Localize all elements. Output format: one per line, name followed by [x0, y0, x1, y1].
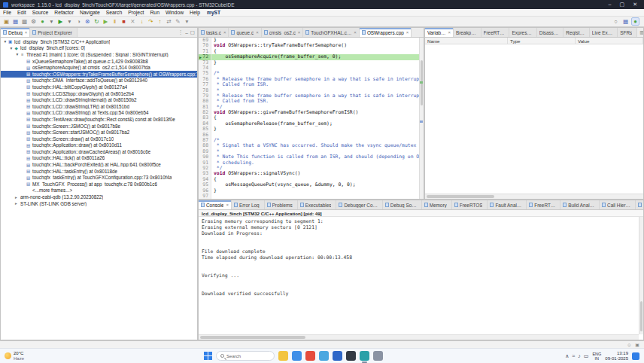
stack-tree-row[interactable]: ▤ touchgfx::HAL::taskEntry() at 0x80118d…: [1, 168, 197, 175]
taskbar-app-edge[interactable]: [292, 351, 302, 361]
save-icon[interactable]: ▦: [11, 17, 20, 26]
view-tab[interactable]: Debugger Co…: [336, 200, 382, 209]
stack-tree-row[interactable]: ▾ ◆ lcd_display_5inch.elf [cores: 0]: [1, 45, 197, 52]
stack-tree-row[interactable]: ▤ xQueueSemaphoreTake() at queue.c:1,429…: [1, 58, 197, 65]
close-tab-icon[interactable]: ×: [448, 30, 451, 35]
debug-perspective-icon[interactable]: ●: [631, 17, 639, 26]
column-type[interactable]: Type: [508, 38, 576, 44]
maximize-view-icon[interactable]: ▢: [190, 29, 195, 35]
view-tab[interactable]: Problems: [265, 200, 298, 209]
console-scrollbar[interactable]: [639, 217, 643, 334]
stack-tree-row[interactable]: ▤ osSemaphoreAcquire() at cmsis_os2.c:1,…: [1, 64, 197, 71]
collapse-all-icon[interactable]: ▥: [639, 29, 644, 35]
taskbar-app-settings[interactable]: [373, 351, 383, 361]
stack-tree-row[interactable]: ▤ touchgfx::Application::draw() at 0x801…: [1, 142, 197, 149]
code-line[interactable]: 78 *: [199, 88, 424, 93]
menu-item[interactable]: Navigate: [77, 10, 103, 15]
stack-tree-row[interactable]: ▤ touchgfx::Screen::startJSMOC() at 0x80…: [1, 129, 197, 136]
menu-item[interactable]: Source: [29, 10, 52, 15]
view-tab[interactable]: Debug So…: [383, 200, 422, 209]
column-value[interactable]: Value: [576, 38, 643, 44]
stack-tree-row[interactable]: ▤ touchgfx::OSWrappers::tryTakeFrameBuff…: [1, 71, 197, 78]
code-line[interactable]: 87 /*: [199, 138, 424, 143]
stack-tree-row[interactable]: ▤ touchgfx::TextArea::draw(touchgfx::Rec…: [1, 116, 197, 123]
column-name[interactable]: Name: [425, 38, 508, 44]
weather-widget[interactable]: 20°C Haze: [0, 351, 113, 361]
editor-tab[interactable]: OSWrappers.cpp ×: [360, 28, 412, 37]
taskbar-clock[interactable]: 13:19 09-01-2025: [605, 351, 628, 361]
code-line[interactable]: 75 /*: [199, 71, 424, 76]
editor-tab[interactable]: cmsis_os2.c ×: [262, 28, 304, 37]
view-tab[interactable]: Memory: [422, 200, 452, 209]
view-tab[interactable]: Console ×: [199, 200, 232, 209]
code-line[interactable]: 97: [199, 194, 424, 199]
code-line[interactable]: 91 * scheduling.: [199, 160, 424, 166]
stack-tree-row[interactable]: ▾ ▣ lcd_display_5inch [STM32 C/C++ Appli…: [1, 38, 197, 45]
step-into-icon[interactable]: ↓: [138, 17, 146, 26]
run-dropdown-icon[interactable]: ▾: [65, 17, 74, 26]
stack-tree-row[interactable]: ▾ ≡ Thread #1 [main] 1 [core: 0] (Suspen…: [1, 51, 197, 58]
view-tab[interactable]: Call Hier…: [600, 200, 636, 209]
terminate-icon[interactable]: ■: [120, 17, 128, 26]
maximize-button[interactable]: ▢: [620, 2, 625, 8]
menu-item[interactable]: Project: [125, 10, 147, 15]
code-line[interactable]: 84 osSemaphoreRelease(frame_buffer_sem);: [199, 121, 424, 127]
step-over-icon[interactable]: ↷: [147, 17, 155, 26]
view-tab[interactable]: FreeRT…: [481, 28, 510, 37]
code-line[interactable]: 82 void OSWrappers::giveFrameBufferSemap…: [199, 110, 424, 115]
stack-tree-row[interactable]: ▤ touchgfx::LCD::drawString() at Texts.c…: [1, 110, 197, 117]
code-line[interactable]: 79 * Release the frame buffer semaphore …: [199, 93, 424, 99]
code-line[interactable]: 89 *: [199, 149, 424, 154]
new-wizard-icon[interactable]: ▣: [2, 17, 11, 26]
taskbar-app-store[interactable]: [333, 351, 342, 361]
volume-icon[interactable]: ♪: [578, 353, 581, 358]
marker-icon[interactable]: ✎: [174, 17, 182, 26]
code-line[interactable]: 70 void OSWrappers::tryTakeFrameBufferSe…: [199, 43, 424, 48]
code-line[interactable]: 83 {: [199, 115, 424, 120]
stack-tree-row[interactable]: ▸ ST-LINK (ST-LINK GDB server): [1, 200, 197, 207]
view-tab[interactable]: Project Explorer: [30, 28, 77, 37]
stack-tree-row[interactable]: ▤ touchgfx::LCD32bpp::drawGlyph() at 0x8…: [1, 90, 197, 97]
stack-tree-row[interactable]: ▤ touchgfx::LCD::drawStringLTR() at 0x80…: [1, 103, 197, 110]
stack-tree-row[interactable]: ▤ touchgfx::DMA_Interface::addToQueue() …: [1, 78, 197, 84]
view-tab[interactable]: Build Anal…: [560, 200, 600, 209]
code-line[interactable]: 93 void OSWrappers::signalVSync(): [199, 171, 424, 176]
code-line[interactable]: 88 * Signal that a VSYNC has occurred. S…: [199, 143, 424, 148]
view-tab[interactable]: Live Ex…: [590, 28, 618, 37]
stack-tree-row[interactable]: ▤ touchgfx::Application::drawCachedAreas…: [1, 148, 197, 155]
disconnect-icon[interactable]: ✕: [129, 17, 137, 26]
view-menu-icon[interactable]: ⋮: [178, 29, 184, 35]
debug-icon[interactable]: ●: [38, 17, 47, 26]
code-line[interactable]: 71 {: [199, 49, 424, 54]
step-return-icon[interactable]: ↑: [156, 17, 164, 26]
battery-icon[interactable]: ▭: [584, 353, 589, 359]
close-tab-icon[interactable]: ×: [406, 30, 409, 35]
minimize-view-icon[interactable]: –: [185, 30, 188, 35]
stack-tree-row[interactable]: <...more frames...>: [1, 188, 197, 194]
profile-icon[interactable]: ◑: [74, 17, 83, 26]
view-tab[interactable]: SFRs: [618, 28, 637, 37]
editor-tab[interactable]: queue.c ×: [229, 28, 261, 37]
close-tab-icon[interactable]: ×: [226, 203, 229, 207]
menu-item[interactable]: Help: [187, 10, 203, 15]
notification-badge[interactable]: [632, 352, 639, 360]
code-line[interactable]: 95 osMessageQueuePut(vsync_queue, &dummy…: [199, 182, 424, 188]
taskbar-app-mail[interactable]: [319, 351, 329, 361]
view-tab[interactable]: Static St…: [636, 200, 644, 209]
instruction-stepping-icon[interactable]: ⇄: [165, 17, 173, 26]
variables-scrollbar[interactable]: [425, 194, 643, 199]
code-line[interactable]: 90 * Note This function is called from a…: [199, 154, 424, 160]
feedback-icon[interactable]: ☺: [627, 343, 631, 347]
notifications-icon[interactable]: ▣: [635, 342, 639, 347]
pin-editor-icon[interactable]: ▾: [183, 17, 191, 26]
myst-menu[interactable]: myST: [207, 10, 220, 15]
view-tab[interactable]: Error Log: [232, 200, 265, 209]
code-line[interactable]: 73 }: [199, 60, 424, 66]
run-icon[interactable]: ▶: [56, 17, 65, 26]
debug-dropdown-icon[interactable]: ▾: [47, 17, 56, 26]
stack-tree-row[interactable]: ▤ touchgfx_taskEntry() at TouchGFXConfig…: [1, 174, 197, 181]
taskbar-app-terminal[interactable]: [346, 351, 356, 361]
view-tab[interactable]: FreeRTOS: [452, 200, 488, 209]
stack-tree-row[interactable]: ▤ touchgfx::Screen::JSMOC() at 0x8017b8e: [1, 123, 197, 130]
stack-tree-row[interactable]: ▤ touchgfx::HAL::backPorchExited() at HA…: [1, 161, 197, 168]
